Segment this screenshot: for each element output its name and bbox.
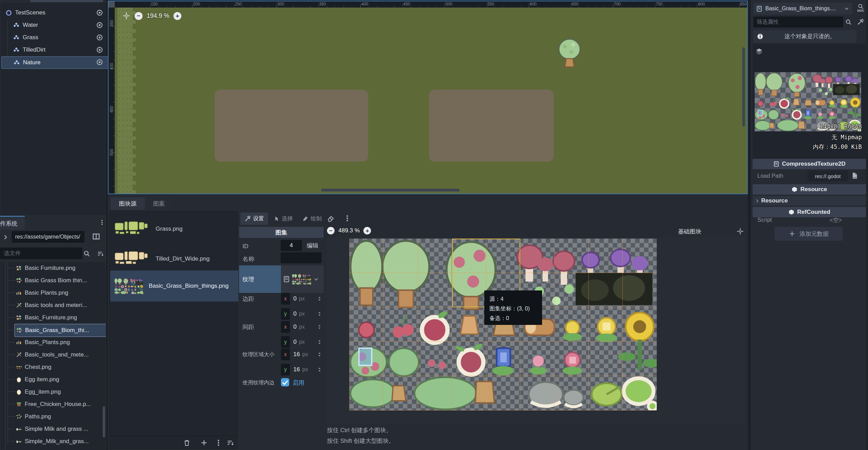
script-value[interactable]: <空> [830,217,842,224]
region-x-value[interactable]: 16 [293,351,300,358]
zoom-level[interactable]: 194.9 % [147,12,169,20]
trash-icon [183,439,191,447]
file-row[interactable]: Basic Grass Biom thin... [16,274,105,287]
load-path-file-button[interactable] [851,172,858,179]
stepper-icon[interactable] [317,367,322,372]
tile-source-row[interactable]: Grass.png [110,213,241,244]
file-row[interactable]: Egg_item.png [16,386,105,398]
load-path-field[interactable]: res://.godot [808,171,848,182]
atlas-menu-button[interactable] [343,215,351,222]
margins-y-row[interactable]: y 0 px [281,308,324,320]
separation-y-row[interactable]: y 0 px [281,336,324,348]
visibility-toggle[interactable] [96,34,103,41]
scene-node-testscenes[interactable]: TestScenes [1,7,111,19]
visibility-toggle[interactable] [96,59,103,66]
atlas-zoom-controls: − 489.3 % + [327,227,371,234]
viewport-2d[interactable]: 150 200 250 300 350 400 450 500 550 600 … [108,1,748,194]
resource-group-toggle[interactable]: Resource [753,196,866,206]
file-row[interactable]: Chest.png [16,361,105,373]
name-field[interactable] [281,252,322,263]
source-sort-button[interactable] [226,439,234,447]
object-selector[interactable]: Basic_Grass_Biom_things.... [753,3,852,14]
delete-source-button[interactable] [183,439,191,447]
file-row[interactable]: Basic_Furniture.png [16,311,105,324]
property-filter-input[interactable] [753,17,843,28]
zoom-out-button[interactable]: − [135,12,143,20]
id-field[interactable]: 4 [281,240,302,251]
ruler-label: 150 [151,2,158,7]
tab-select[interactable]: 选择 [269,212,297,225]
v-scrollbar[interactable] [742,47,745,127]
file-row[interactable]: Basic tools and meteri... [16,299,105,311]
margins-x-row[interactable]: x 0 px [281,293,324,305]
margins-y-value[interactable]: 0 [293,310,296,317]
visibility-toggle[interactable] [96,22,103,29]
region-y-row[interactable]: y 16 px [281,364,324,375]
file-row[interactable]: Simple Milk and grass ... [16,423,105,435]
stepper-icon[interactable] [317,311,322,317]
stepper-icon[interactable] [317,339,322,345]
separation-y-value[interactable]: 0 [293,339,296,345]
file-tree-scrollbar[interactable] [103,406,105,437]
tile-source-row[interactable]: Tilled_Dirt_Wide.png [110,243,241,274]
stepper-icon[interactable] [317,352,322,357]
add-metadata-button[interactable]: 添加元数据 [775,227,843,241]
tab-patterns[interactable]: 图案 [146,197,172,210]
tab-setup[interactable]: 设置 [240,212,268,225]
tile-source-row-selected[interactable]: Basic_Grass_Biom_things.png [110,271,241,301]
margins-x-value[interactable]: 0 [293,295,296,302]
atlas-canvas[interactable]: 源：4 图集坐标：(3, 0) 备选：0 [326,237,745,424]
file-row[interactable]: Simple_Milk_and_gras... [16,435,105,448]
region-x-row[interactable]: x 16 px [281,349,324,360]
path-back-button[interactable] [2,234,9,241]
stepper-icon[interactable] [317,296,322,301]
property-tools-button[interactable] [857,19,864,25]
path-field[interactable] [12,231,84,243]
file-filter-input[interactable] [0,248,82,259]
texture-row-label[interactable]: 纹理 [239,265,281,293]
sources-toolbar-divider [110,436,237,436]
center-view-icon[interactable] [122,12,131,20]
filter-search-icon [845,19,852,25]
file-row[interactable]: Basic_tools_and_mete... [16,349,105,361]
eraser-button[interactable] [327,215,335,222]
file-row[interactable]: Paths.png [16,410,105,423]
texture-value-cell[interactable] [281,265,324,293]
separation-x-row[interactable]: x 0 px [281,321,324,333]
atlas-zoom-out-button[interactable]: − [327,227,335,234]
zoom-in-button[interactable]: + [173,12,181,20]
toggle-split-button[interactable] [92,232,100,241]
atlas-zoom-level[interactable]: 489.3 % [338,227,360,234]
tab-base-tiles[interactable]: 基础图块 [655,228,724,235]
file-sort-button[interactable] [97,250,104,257]
file-row[interactable]: Basic Furniture.png [16,262,105,274]
filesystem-menu-button[interactable] [99,219,105,226]
edit-id-button[interactable]: 编辑 [304,240,322,251]
tab-filesystem[interactable]: 文件系统 [0,216,25,230]
open-docs-button[interactable]: DOC [856,3,866,15]
readonly-banner: 这个对象是只读的。 [753,30,856,43]
file-row[interactable]: Basic Plants.png [16,287,105,299]
ruler-label: 650 [572,2,578,7]
layers-icon[interactable] [755,47,763,55]
tab-tile-sources[interactable]: 图块源 [111,197,145,210]
visibility-toggle[interactable] [96,46,103,53]
separation-x-value[interactable]: 0 [293,323,296,330]
file-row-selected[interactable]: Basic_Grass_Biom_thi... [14,324,106,337]
viewport-canvas[interactable]: − 194.9 % + [115,8,747,194]
file-row[interactable]: Basic_Plants.png [16,336,105,349]
stepper-icon[interactable] [317,324,322,330]
inspector-scrollbar-lane[interactable] [866,0,868,450]
tab-paint[interactable]: 绘制 [298,212,326,225]
visibility-toggle[interactable] [96,9,103,16]
h-scrollbar[interactable] [321,189,460,191]
atlas-center-view-button[interactable] [736,228,744,235]
v-ruler: 350 400 450 500 [109,8,115,194]
add-source-button[interactable] [200,439,208,447]
atlas-zoom-in-button[interactable]: + [363,227,371,234]
region-y-value[interactable]: 16 [293,366,300,373]
file-row[interactable]: Egg item.png [16,373,105,386]
use-padding-checkbox[interactable] [281,378,289,386]
source-menu-button[interactable] [215,439,222,447]
file-row[interactable]: Free_Chicken_House.p... [16,398,105,410]
